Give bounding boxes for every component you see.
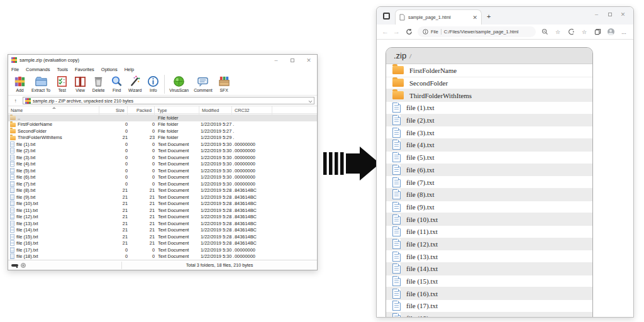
list-item[interactable]: file (18).txt xyxy=(386,312,592,317)
list-item[interactable]: file (13).txt xyxy=(386,250,592,262)
list-item[interactable]: file (1).txt xyxy=(386,101,592,114)
list-item[interactable]: file (16).txt xyxy=(386,287,592,299)
close-button[interactable]: ✕ xyxy=(301,55,317,65)
up-directory-button[interactable]: ↑ xyxy=(11,97,20,104)
list-item[interactable]: file (10).txt xyxy=(386,213,592,225)
column-header-packed[interactable]: Packed xyxy=(128,106,155,114)
wizard-button[interactable]: Wizard xyxy=(126,74,144,93)
list-item[interactable]: file (11).txt xyxy=(386,225,592,238)
winrar-statusbar: Total 3 folders, 18 files, 210 bytes xyxy=(8,260,317,270)
find-button[interactable]: Find xyxy=(108,74,126,93)
list-item[interactable]: SecondFolder xyxy=(386,77,592,89)
virusscan-button[interactable]: VirusScan xyxy=(167,74,191,93)
size-cell: 0 xyxy=(99,161,128,168)
list-item[interactable]: file (14).txt xyxy=(386,262,592,275)
forward-icon[interactable]: → xyxy=(393,28,400,35)
list-item[interactable]: ThirdFolderWithItems xyxy=(386,89,592,101)
add-favorite-icon[interactable]: ☆ xyxy=(553,28,562,36)
refresh-icon[interactable] xyxy=(404,28,413,36)
address-bar[interactable]: File C:/Files/Viewer/sample_page_1.html xyxy=(418,26,536,37)
extract-to-button[interactable]: Extract To xyxy=(29,74,53,93)
maximize-button[interactable] xyxy=(284,55,301,65)
menu-commands[interactable]: Commands xyxy=(26,67,50,72)
table-row[interactable]: file (4).txt 0 0 Text Document 1/22/2019… xyxy=(8,161,317,168)
list-item[interactable]: file (2).txt xyxy=(386,114,592,126)
column-header-crc32[interactable]: CRC32 xyxy=(232,106,272,114)
table-row[interactable]: file (14).txt 21 21 Text Document 1/22/2… xyxy=(8,227,317,234)
comment-button[interactable]: Comment xyxy=(191,74,214,93)
table-row[interactable]: file (5).txt 0 0 Text Document 1/22/2019… xyxy=(8,167,317,174)
table-row[interactable]: .. File folder xyxy=(8,114,317,121)
menu-options[interactable]: Options xyxy=(101,67,118,72)
table-row[interactable]: file (15).txt 21 21 Text Document 1/22/2… xyxy=(8,233,317,240)
column-header-modified[interactable]: Modified xyxy=(199,106,232,114)
size-cell: 21 xyxy=(99,207,128,214)
packed-cell: 0 xyxy=(128,154,155,161)
table-row[interactable]: SecondFolder 0 0 File folder 1/22/2019 5… xyxy=(8,128,317,135)
new-tab-button[interactable]: + xyxy=(487,13,491,20)
table-row[interactable]: file (18).txt 0 0 Text Document 1/22/201… xyxy=(8,253,317,260)
favorites-icon[interactable]: ☆ xyxy=(580,28,589,36)
table-row[interactable]: file (16).txt 21 21 Text Document 1/22/2… xyxy=(8,240,317,247)
browser-maximize-button[interactable] xyxy=(603,7,616,22)
table-row[interactable]: FirstFolderName 0 0 File folder 1/22/201… xyxy=(8,121,317,128)
browser-tab[interactable]: sample_page_1.html ✕ xyxy=(395,9,482,25)
list-item[interactable]: file (12).txt xyxy=(386,238,592,250)
list-item[interactable]: file (8).txt xyxy=(386,188,592,201)
table-row[interactable]: file (2).txt 0 0 Text Document 1/22/2019… xyxy=(8,148,317,155)
table-row[interactable]: file (9).txt 21 21 Text Document 1/22/20… xyxy=(8,194,317,201)
table-row[interactable]: file (12).txt 21 21 Text Document 1/22/2… xyxy=(8,214,317,221)
type-cell: Text Document xyxy=(158,253,199,260)
delete-button[interactable]: Delete xyxy=(89,74,108,93)
list-item[interactable]: FirstFolderName xyxy=(386,64,592,77)
menu-file[interactable]: File xyxy=(11,67,19,72)
tab-close-icon[interactable]: ✕ xyxy=(472,14,477,21)
menu-help[interactable]: Help xyxy=(125,67,134,72)
table-row[interactable]: ThirdFolderWithItems 21 23 File folder 1… xyxy=(8,135,317,142)
info-button[interactable]: Info xyxy=(144,74,162,93)
menu-tools[interactable]: Tools xyxy=(57,67,68,72)
browser-minimize-button[interactable]: – xyxy=(590,7,603,22)
name-cell: .. xyxy=(10,114,99,121)
list-item[interactable]: file (17).txt xyxy=(386,299,592,312)
list-item[interactable]: file (3).txt xyxy=(386,126,592,138)
add-button[interactable]: Add xyxy=(11,74,29,93)
test-button[interactable]: Test xyxy=(53,74,71,93)
list-item[interactable]: file (4).txt xyxy=(386,138,592,151)
item-icon xyxy=(392,91,404,99)
profile-avatar[interactable] xyxy=(606,28,615,36)
column-header-size[interactable]: Size xyxy=(99,106,128,114)
browser-essentials-icon[interactable] xyxy=(567,28,575,36)
table-row[interactable]: file (13).txt 21 21 Text Document 1/22/2… xyxy=(8,220,317,227)
archive-path-combobox[interactable]: sample.zip - ZIP archive, unpacked size … xyxy=(23,97,314,104)
winrar-titlebar[interactable]: sample.zip (evaluation copy) – ✕ xyxy=(8,55,317,65)
minimize-button[interactable]: – xyxy=(268,55,284,65)
column-header-name[interactable]: Name xyxy=(8,106,99,114)
list-item[interactable]: file (7).txt xyxy=(386,175,592,188)
tab-actions-icon[interactable] xyxy=(383,13,390,19)
browser-close-button[interactable]: ✕ xyxy=(616,7,630,22)
table-row[interactable]: file (6).txt 0 0 Text Document 1/22/2019… xyxy=(8,174,317,181)
table-row[interactable]: file (10).txt 21 21 Text Document 1/22/2… xyxy=(8,201,317,208)
table-row[interactable]: file (8).txt 21 21 Text Document 1/22/20… xyxy=(8,187,317,194)
column-header-type[interactable]: Type xyxy=(155,106,199,114)
view-button[interactable]: View xyxy=(71,74,89,93)
table-row[interactable]: file (1).txt 0 0 Text Document 1/22/2019… xyxy=(8,141,317,148)
column-header-row: Name Size Packed Type Modified CRC32 xyxy=(8,106,317,114)
sfx-button[interactable]: SFX xyxy=(215,74,233,93)
list-item[interactable]: file (5).txt xyxy=(386,151,592,164)
type-cell: Text Document xyxy=(158,154,199,161)
collections-icon[interactable] xyxy=(593,28,602,36)
more-menu-icon[interactable]: ... xyxy=(619,28,628,36)
list-item[interactable]: file (9).txt xyxy=(386,201,592,213)
table-row[interactable]: file (11).txt 21 21 Text Document 1/22/2… xyxy=(8,207,317,214)
zoom-icon[interactable] xyxy=(540,28,549,36)
site-info-icon[interactable] xyxy=(423,29,428,35)
table-row[interactable]: file (7).txt 0 0 Text Document 1/22/2019… xyxy=(8,180,317,187)
list-item[interactable]: file (6).txt xyxy=(386,164,592,176)
menu-favorites[interactable]: Favorites xyxy=(75,67,94,72)
table-row[interactable]: file (17).txt 0 0 Text Document 1/22/201… xyxy=(8,247,317,253)
table-row[interactable]: file (3).txt 0 0 Text Document 1/22/2019… xyxy=(8,154,317,161)
list-item[interactable]: file (15).txt xyxy=(386,275,592,287)
back-icon[interactable]: ← xyxy=(382,28,389,35)
